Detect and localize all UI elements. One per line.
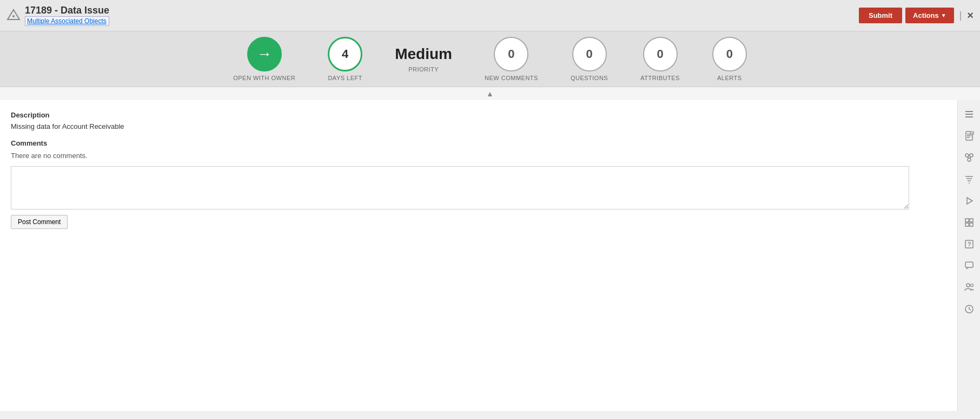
submit-button[interactable]: Submit [859, 8, 902, 23]
priority-value: Medium [395, 45, 452, 63]
svg-line-34 [969, 309, 971, 310]
svg-rect-8 [967, 137, 970, 138]
header: 17189 - Data Issue Multiple Associated O… [0, 0, 980, 31]
right-sidebar: ⚙ [957, 100, 980, 411]
sidebar-play-icon[interactable] [959, 191, 979, 211]
close-button[interactable]: × [967, 9, 974, 22]
actions-caret-icon: ▼ [941, 12, 946, 18]
svg-point-31 [970, 284, 973, 287]
svg-text:?: ? [968, 241, 971, 247]
no-comments-text: There are no comments. [11, 152, 946, 160]
svg-marker-21 [967, 198, 972, 204]
header-divider: | [959, 10, 962, 21]
open-with-owner-circle: → [247, 37, 282, 71]
sidebar-people-icon[interactable] [959, 278, 979, 297]
header-left: 17189 - Data Issue Multiple Associated O… [6, 5, 109, 26]
status-priority: Medium PRIORITY [395, 45, 452, 73]
questions-circle: 0 [572, 37, 607, 71]
main-layout: Description Missing data for Account Rec… [0, 100, 980, 411]
svg-rect-3 [965, 114, 973, 115]
svg-point-1 [12, 15, 15, 17]
svg-text:⚙: ⚙ [971, 131, 974, 134]
attributes-circle: 0 [643, 37, 678, 71]
status-attributes: 0 ATTRIBUTES [640, 37, 680, 81]
svg-rect-22 [965, 219, 969, 222]
new-comments-value: 0 [508, 47, 514, 61]
page-title: 17189 - Data Issue [25, 5, 109, 16]
comments-section: Comments There are no comments. Post Com… [11, 139, 946, 229]
svg-point-30 [966, 284, 970, 287]
description-label: Description [11, 111, 946, 119]
status-alerts: 0 ALERTS [712, 37, 747, 81]
svg-rect-25 [970, 223, 973, 226]
collapse-bar[interactable]: ▲ [0, 87, 980, 100]
sidebar-workflow-icon[interactable] [959, 148, 979, 167]
questions-value: 0 [586, 47, 592, 61]
priority-label: PRIORITY [408, 66, 439, 73]
svg-rect-2 [965, 111, 973, 112]
svg-point-11 [965, 154, 969, 157]
svg-rect-7 [967, 135, 971, 136]
svg-rect-4 [965, 116, 973, 117]
status-questions: 0 QUESTIONS [571, 37, 608, 81]
new-comments-circle: 0 [494, 37, 528, 71]
svg-marker-0 [8, 10, 19, 19]
sidebar-clock-icon[interactable] [959, 299, 979, 319]
svg-rect-28 [965, 262, 973, 267]
new-comments-label: NEW COMMENTS [485, 75, 538, 81]
svg-point-13 [968, 158, 971, 161]
days-left-label: DAYS LEFT [328, 75, 362, 81]
status-bar: → OPEN WITH OWNER 4 DAYS LEFT Medium PRI… [0, 31, 980, 87]
sidebar-question-icon[interactable]: ? [959, 234, 979, 254]
app-logo-icon [6, 9, 21, 23]
comment-textarea[interactable] [11, 166, 909, 210]
days-left-circle: 4 [328, 37, 362, 71]
actions-button[interactable]: Actions ▼ [905, 8, 954, 23]
sidebar-document-icon[interactable]: ⚙ [959, 126, 979, 146]
questions-label: QUESTIONS [571, 75, 608, 81]
collapse-arrow-icon: ▲ [486, 89, 494, 98]
comments-label: Comments [11, 139, 946, 147]
status-open-with-owner: → OPEN WITH OWNER [233, 37, 295, 81]
status-days-left: 4 DAYS LEFT [328, 37, 362, 81]
post-comment-button[interactable]: Post Comment [11, 215, 68, 229]
svg-rect-23 [970, 219, 973, 222]
alerts-value: 0 [726, 47, 733, 61]
alerts-label: ALERTS [717, 75, 742, 81]
sidebar-grid-icon[interactable] [959, 213, 979, 232]
sidebar-comment-icon[interactable] [959, 256, 979, 276]
svg-point-12 [970, 154, 973, 157]
description-section: Description Missing data for Account Rec… [11, 111, 946, 130]
alerts-circle: 0 [712, 37, 747, 71]
open-with-owner-label: OPEN WITH OWNER [233, 75, 295, 81]
actions-label: Actions [913, 11, 939, 19]
associated-objects-link[interactable]: Multiple Associated Objects [25, 16, 109, 26]
sidebar-filter-icon[interactable] [959, 169, 979, 189]
attributes-value: 0 [657, 47, 663, 61]
attributes-label: ATTRIBUTES [640, 75, 680, 81]
status-new-comments: 0 NEW COMMENTS [485, 37, 538, 81]
content-area: Description Missing data for Account Rec… [0, 100, 957, 411]
sidebar-list-icon[interactable] [959, 104, 979, 124]
svg-rect-24 [965, 223, 969, 226]
description-text: Missing data for Account Receivable [11, 122, 946, 130]
header-right: Submit Actions ▼ | × [859, 8, 974, 23]
title-block: 17189 - Data Issue Multiple Associated O… [25, 5, 109, 26]
days-left-value: 4 [342, 47, 348, 61]
